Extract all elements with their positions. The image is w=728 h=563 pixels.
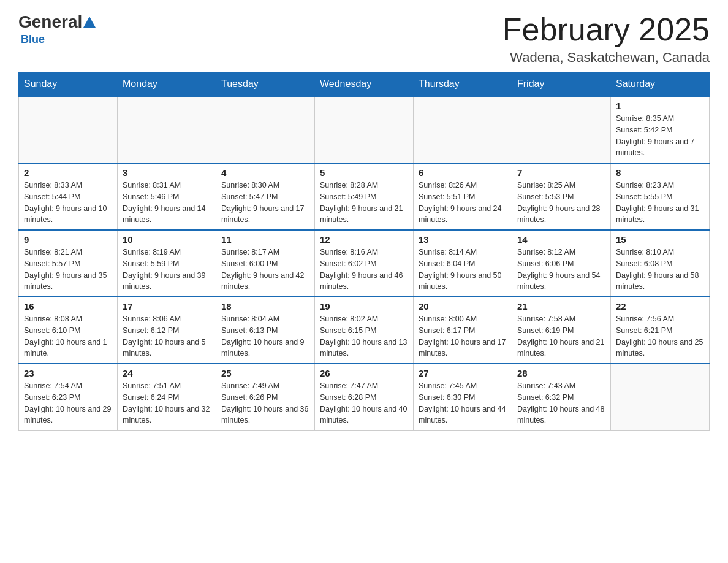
day-info: Sunrise: 7:49 AMSunset: 6:26 PMDaylight:… bbox=[221, 380, 309, 426]
title-block: February 2025 Wadena, Saskatchewan, Cana… bbox=[502, 12, 710, 66]
calendar-cell: 26Sunrise: 7:47 AMSunset: 6:28 PMDayligh… bbox=[315, 364, 414, 431]
calendar-cell: 22Sunrise: 7:56 AMSunset: 6:21 PMDayligh… bbox=[611, 297, 710, 364]
logo-triangle-icon bbox=[83, 17, 96, 28]
calendar-week-row: 23Sunrise: 7:54 AMSunset: 6:23 PMDayligh… bbox=[19, 364, 710, 431]
day-number: 10 bbox=[123, 234, 211, 245]
calendar-cell: 6Sunrise: 8:26 AMSunset: 5:51 PMDaylight… bbox=[414, 163, 512, 230]
calendar-cell: 8Sunrise: 8:23 AMSunset: 5:55 PMDaylight… bbox=[611, 163, 710, 230]
weekday-header-tuesday: Tuesday bbox=[216, 72, 315, 97]
calendar-cell: 15Sunrise: 8:10 AMSunset: 6:08 PMDayligh… bbox=[611, 230, 710, 297]
calendar-cell: 27Sunrise: 7:45 AMSunset: 6:30 PMDayligh… bbox=[414, 364, 512, 431]
day-number: 8 bbox=[616, 167, 704, 178]
day-number: 14 bbox=[517, 234, 605, 245]
day-number: 28 bbox=[517, 368, 605, 378]
page-header: General Blue February 2025 Wadena, Saska… bbox=[18, 12, 710, 66]
logo-blue-text: Blue bbox=[21, 33, 45, 46]
location-label: Wadena, Saskatchewan, Canada bbox=[502, 50, 710, 66]
weekday-header-saturday: Saturday bbox=[611, 72, 710, 97]
day-number: 5 bbox=[320, 167, 408, 178]
day-number: 24 bbox=[123, 368, 211, 378]
calendar-cell: 19Sunrise: 8:02 AMSunset: 6:15 PMDayligh… bbox=[315, 297, 414, 364]
day-number: 6 bbox=[419, 167, 507, 178]
calendar-cell: 28Sunrise: 7:43 AMSunset: 6:32 PMDayligh… bbox=[512, 364, 611, 431]
day-info: Sunrise: 7:43 AMSunset: 6:32 PMDaylight:… bbox=[517, 380, 605, 426]
calendar-cell bbox=[216, 96, 315, 163]
calendar-cell bbox=[512, 96, 611, 163]
calendar-cell: 4Sunrise: 8:30 AMSunset: 5:47 PMDaylight… bbox=[216, 163, 315, 230]
day-info: Sunrise: 8:23 AMSunset: 5:55 PMDaylight:… bbox=[616, 180, 704, 226]
day-number: 19 bbox=[320, 301, 408, 312]
day-info: Sunrise: 7:47 AMSunset: 6:28 PMDaylight:… bbox=[320, 380, 408, 426]
weekday-header-wednesday: Wednesday bbox=[315, 72, 414, 97]
weekday-header-row: SundayMondayTuesdayWednesdayThursdayFrid… bbox=[19, 72, 710, 97]
day-info: Sunrise: 7:51 AMSunset: 6:24 PMDaylight:… bbox=[123, 380, 211, 426]
calendar-cell bbox=[611, 364, 710, 431]
day-info: Sunrise: 8:06 AMSunset: 6:12 PMDaylight:… bbox=[123, 313, 211, 359]
calendar-cell: 18Sunrise: 8:04 AMSunset: 6:13 PMDayligh… bbox=[216, 297, 315, 364]
day-info: Sunrise: 8:30 AMSunset: 5:47 PMDaylight:… bbox=[221, 180, 309, 226]
calendar-cell bbox=[315, 96, 414, 163]
day-number: 17 bbox=[123, 301, 211, 312]
day-info: Sunrise: 8:16 AMSunset: 6:02 PMDaylight:… bbox=[320, 247, 408, 293]
calendar-cell: 14Sunrise: 8:12 AMSunset: 6:06 PMDayligh… bbox=[512, 230, 611, 297]
day-info: Sunrise: 8:00 AMSunset: 6:17 PMDaylight:… bbox=[419, 313, 507, 359]
day-info: Sunrise: 8:08 AMSunset: 6:10 PMDaylight:… bbox=[24, 313, 112, 359]
calendar-cell: 12Sunrise: 8:16 AMSunset: 6:02 PMDayligh… bbox=[315, 230, 414, 297]
day-number: 9 bbox=[24, 234, 112, 245]
day-info: Sunrise: 8:14 AMSunset: 6:04 PMDaylight:… bbox=[419, 247, 507, 293]
day-info: Sunrise: 8:28 AMSunset: 5:49 PMDaylight:… bbox=[320, 180, 408, 226]
day-info: Sunrise: 8:02 AMSunset: 6:15 PMDaylight:… bbox=[320, 313, 408, 359]
day-number: 27 bbox=[419, 368, 507, 378]
day-info: Sunrise: 8:31 AMSunset: 5:46 PMDaylight:… bbox=[123, 180, 211, 226]
day-number: 25 bbox=[221, 368, 309, 378]
day-info: Sunrise: 7:56 AMSunset: 6:21 PMDaylight:… bbox=[616, 313, 704, 359]
calendar-cell: 21Sunrise: 7:58 AMSunset: 6:19 PMDayligh… bbox=[512, 297, 611, 364]
calendar-cell: 11Sunrise: 8:17 AMSunset: 6:00 PMDayligh… bbox=[216, 230, 315, 297]
day-number: 23 bbox=[24, 368, 112, 378]
calendar-cell: 5Sunrise: 8:28 AMSunset: 5:49 PMDaylight… bbox=[315, 163, 414, 230]
day-number: 15 bbox=[616, 234, 704, 245]
calendar-cell: 1Sunrise: 8:35 AMSunset: 5:42 PMDaylight… bbox=[611, 96, 710, 163]
calendar-cell: 25Sunrise: 7:49 AMSunset: 6:26 PMDayligh… bbox=[216, 364, 315, 431]
day-info: Sunrise: 7:58 AMSunset: 6:19 PMDaylight:… bbox=[517, 313, 605, 359]
day-number: 20 bbox=[419, 301, 507, 312]
day-number: 3 bbox=[123, 167, 211, 178]
calendar-cell bbox=[118, 96, 216, 163]
calendar-cell: 20Sunrise: 8:00 AMSunset: 6:17 PMDayligh… bbox=[414, 297, 512, 364]
calendar-week-row: 2Sunrise: 8:33 AMSunset: 5:44 PMDaylight… bbox=[19, 163, 710, 230]
logo-general-text: General bbox=[18, 12, 82, 32]
calendar-cell: 7Sunrise: 8:25 AMSunset: 5:53 PMDaylight… bbox=[512, 163, 611, 230]
day-info: Sunrise: 8:10 AMSunset: 6:08 PMDaylight:… bbox=[616, 247, 704, 293]
day-info: Sunrise: 8:12 AMSunset: 6:06 PMDaylight:… bbox=[517, 247, 605, 293]
calendar-week-row: 1Sunrise: 8:35 AMSunset: 5:42 PMDaylight… bbox=[19, 96, 710, 163]
day-info: Sunrise: 8:26 AMSunset: 5:51 PMDaylight:… bbox=[419, 180, 507, 226]
calendar-cell: 13Sunrise: 8:14 AMSunset: 6:04 PMDayligh… bbox=[414, 230, 512, 297]
calendar-title: February 2025 bbox=[502, 12, 710, 47]
calendar-cell bbox=[414, 96, 512, 163]
calendar-cell: 16Sunrise: 8:08 AMSunset: 6:10 PMDayligh… bbox=[19, 297, 118, 364]
calendar-cell: 2Sunrise: 8:33 AMSunset: 5:44 PMDaylight… bbox=[19, 163, 118, 230]
day-number: 22 bbox=[616, 301, 704, 312]
day-number: 1 bbox=[616, 101, 704, 111]
weekday-header-monday: Monday bbox=[118, 72, 216, 97]
day-info: Sunrise: 8:21 AMSunset: 5:57 PMDaylight:… bbox=[24, 247, 112, 293]
day-info: Sunrise: 8:35 AMSunset: 5:42 PMDaylight:… bbox=[616, 113, 704, 159]
calendar-cell bbox=[19, 96, 118, 163]
day-number: 12 bbox=[320, 234, 408, 245]
day-info: Sunrise: 8:04 AMSunset: 6:13 PMDaylight:… bbox=[221, 313, 309, 359]
day-number: 2 bbox=[24, 167, 112, 178]
day-info: Sunrise: 8:17 AMSunset: 6:00 PMDaylight:… bbox=[221, 247, 309, 293]
calendar-week-row: 9Sunrise: 8:21 AMSunset: 5:57 PMDaylight… bbox=[19, 230, 710, 297]
day-number: 21 bbox=[517, 301, 605, 312]
weekday-header-friday: Friday bbox=[512, 72, 611, 97]
day-number: 4 bbox=[221, 167, 309, 178]
calendar-cell: 3Sunrise: 8:31 AMSunset: 5:46 PMDaylight… bbox=[118, 163, 216, 230]
day-number: 18 bbox=[221, 301, 309, 312]
calendar-table: SundayMondayTuesdayWednesdayThursdayFrid… bbox=[18, 72, 710, 431]
weekday-header-thursday: Thursday bbox=[414, 72, 512, 97]
calendar-cell: 9Sunrise: 8:21 AMSunset: 5:57 PMDaylight… bbox=[19, 230, 118, 297]
day-number: 16 bbox=[24, 301, 112, 312]
day-info: Sunrise: 7:54 AMSunset: 6:23 PMDaylight:… bbox=[24, 380, 112, 426]
day-info: Sunrise: 7:45 AMSunset: 6:30 PMDaylight:… bbox=[419, 380, 507, 426]
calendar-week-row: 16Sunrise: 8:08 AMSunset: 6:10 PMDayligh… bbox=[19, 297, 710, 364]
